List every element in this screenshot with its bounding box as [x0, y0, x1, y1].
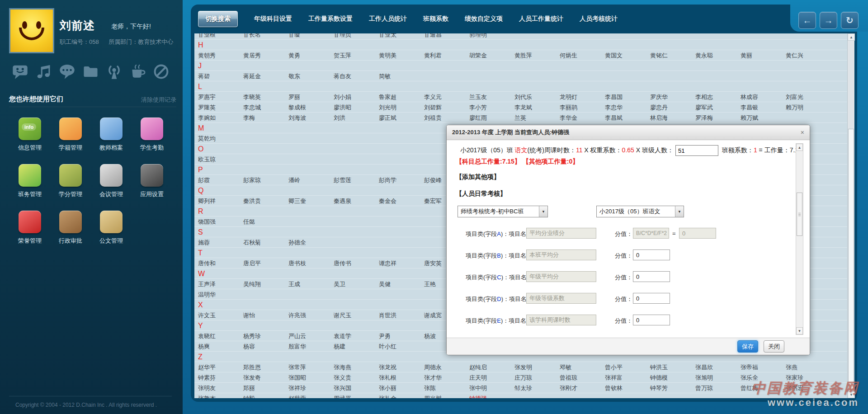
add-other-link[interactable]: 【添加其他项】	[456, 173, 500, 181]
staff-name[interactable]: 欧玉琼	[198, 154, 216, 165]
staff-name[interactable]: 卿三奎	[288, 196, 306, 206]
staff-name[interactable]: 钟琴芳	[650, 383, 668, 393]
staff-name[interactable]: 赵纯启	[469, 362, 487, 372]
staff-name[interactable]: 黄居秀	[243, 50, 261, 61]
clear-history-link[interactable]: 清除使用记录	[141, 96, 176, 104]
close-button[interactable]: 关闭	[764, 340, 784, 353]
staff-name[interactable]: 孙德全	[288, 237, 306, 248]
staff-name[interactable]: 李忠华	[605, 102, 623, 113]
staff-name[interactable]: 廖红雨	[469, 113, 487, 123]
class-size-input[interactable]	[675, 145, 718, 156]
staff-name[interactable]: 唐安英	[424, 258, 442, 268]
staff-name[interactable]: 刘海波	[288, 113, 306, 123]
staff-name[interactable]: 张发明	[514, 362, 532, 372]
tab-切换搜索[interactable]: 切换搜索	[198, 11, 238, 27]
staff-name[interactable]: 殷富华	[288, 341, 306, 352]
staff-name[interactable]: 张礼根	[379, 372, 396, 383]
score-value-input[interactable]	[633, 249, 670, 260]
coffee-icon[interactable]	[129, 63, 146, 80]
app-tile-教师档案[interactable]	[100, 118, 123, 140]
staff-name[interactable]: 吴卫	[334, 279, 345, 289]
score-value-input[interactable]	[633, 293, 670, 304]
tab-人员考核统计[interactable]: 人员考核统计	[580, 15, 618, 23]
staff-name[interactable]: 胡荣金	[469, 50, 487, 61]
staff-name[interactable]: 林成容	[741, 92, 758, 102]
staff-name[interactable]: 温明华	[198, 289, 216, 300]
staff-name[interactable]: 张龙祝	[379, 362, 396, 372]
staff-name[interactable]: 谢尺玉	[334, 310, 351, 320]
staff-name[interactable]: 杨秀珍	[243, 331, 261, 341]
staff-name[interactable]: 谭忠祥	[379, 258, 396, 268]
app-label[interactable]: 行政审批	[49, 237, 92, 245]
staff-name[interactable]: 张海燕	[334, 362, 351, 372]
staff-name[interactable]: 郭理明	[469, 33, 487, 40]
staff-name[interactable]: 邹太珍	[514, 383, 532, 393]
staff-name[interactable]: 庄天明	[469, 372, 487, 383]
table-scrollbar-thumb[interactable]	[848, 129, 854, 390]
staff-name[interactable]: 袁晓红	[198, 331, 216, 341]
staff-name[interactable]: 唐启平	[243, 258, 261, 268]
staff-name[interactable]: 刘碧辉	[424, 102, 442, 113]
staff-name[interactable]: 甘璇	[288, 33, 300, 40]
app-tile-班务管理[interactable]	[19, 164, 41, 187]
back-button[interactable]: ←	[798, 12, 816, 29]
staff-name[interactable]: 张帝福	[741, 362, 758, 372]
tab-工作量系数设置[interactable]: 工作量系数设置	[308, 15, 353, 23]
staff-name[interactable]: 王成	[288, 279, 300, 289]
staff-name[interactable]: 李昌国	[605, 92, 623, 102]
staff-name[interactable]: 廖正斌	[379, 113, 396, 123]
staff-name[interactable]: 彭家琼	[243, 175, 261, 185]
staff-name[interactable]: 石秋菊	[243, 237, 261, 248]
app-label[interactable]: 学籍管理	[49, 144, 92, 152]
staff-name[interactable]: 龙明灯	[560, 92, 577, 102]
staff-name[interactable]: 张礼金	[379, 393, 396, 398]
staff-name[interactable]: 李丽鹃	[560, 102, 577, 113]
staff-name[interactable]: 叶小红	[379, 341, 396, 352]
app-label[interactable]: 学分管理	[49, 190, 92, 198]
staff-name[interactable]: 尹勇	[379, 331, 391, 341]
staff-name[interactable]: 秦金会	[379, 196, 396, 206]
staff-name[interactable]: 黄铭仁	[650, 50, 668, 61]
staff-name[interactable]: 兰英	[514, 113, 526, 123]
staff-name[interactable]: 钟素芬	[198, 372, 216, 383]
tab-工作人员统计[interactable]: 工作人员统计	[369, 15, 407, 23]
staff-name[interactable]: 李华金	[560, 113, 577, 123]
staff-name[interactable]: 彭雪莲	[334, 175, 351, 185]
staff-name[interactable]: 张旭明	[695, 372, 713, 383]
staff-name[interactable]: 李昌斌	[605, 113, 623, 123]
staff-name[interactable]: 钟洪玉	[650, 362, 668, 372]
app-tile-会议管理[interactable]	[100, 164, 123, 187]
staff-name[interactable]: 蒋延金	[243, 71, 261, 81]
staff-name[interactable]: 李婉如	[198, 113, 216, 123]
app-tile-信息管理[interactable]: info	[19, 118, 41, 140]
staff-name[interactable]: 张常萍	[288, 362, 306, 372]
staff-name[interactable]: 甘业太	[379, 33, 396, 40]
scroll-down-icon[interactable]: ▼	[848, 391, 855, 398]
app-label[interactable]: 应用设置	[130, 190, 174, 198]
staff-name[interactable]: 吴纯翔	[243, 279, 261, 289]
staff-name[interactable]: 赖万赋	[741, 113, 758, 123]
staff-name[interactable]: 袁道学	[334, 331, 351, 341]
app-label[interactable]: 公文管理	[90, 237, 133, 245]
staff-name[interactable]: 张明友	[198, 383, 216, 393]
music-icon[interactable]	[35, 63, 52, 80]
staff-name[interactable]: 张书宏	[786, 383, 803, 393]
staff-name[interactable]: 鲁家超	[379, 92, 396, 102]
staff-name[interactable]: 杨爽	[198, 341, 210, 352]
staff-name[interactable]: 赵华平	[198, 362, 216, 372]
staff-name[interactable]: 李龙斌	[514, 102, 532, 113]
app-label[interactable]: 荣誉管理	[8, 237, 52, 245]
staff-name[interactable]: 庄万琼	[514, 372, 532, 383]
staff-name[interactable]: 钟德模	[650, 372, 668, 383]
staff-name[interactable]: 廖军武	[695, 102, 713, 113]
staff-name[interactable]: 罗惠宇	[198, 92, 216, 102]
close-icon[interactable]: ×	[801, 128, 804, 136]
staff-name[interactable]: 曾祖琼	[560, 372, 577, 383]
tab-人员工作量统计[interactable]: 人员工作量统计	[519, 15, 563, 23]
staff-name[interactable]: 黄勇	[288, 50, 300, 61]
staff-name[interactable]: 黄明美	[379, 50, 396, 61]
staff-name[interactable]: 贺玉萍	[334, 50, 351, 61]
app-tile-学分管理[interactable]	[59, 164, 82, 187]
staff-name[interactable]: 唐传书	[334, 258, 351, 268]
staff-name[interactable]: 刘光明	[379, 102, 396, 113]
